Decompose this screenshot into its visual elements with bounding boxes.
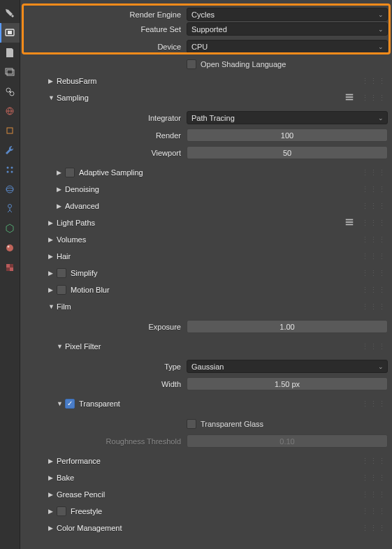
section-performance[interactable]: ▶Performance⋮⋮⋮ [20,453,392,469]
section-freestyle[interactable]: ▶Freestyle⋮⋮⋮ [20,503,392,520]
grip-icon: ⋮⋮⋮ [361,235,386,244]
svg-point-10 [11,167,13,169]
svg-rect-8 [7,128,13,133]
exposure-label: Exposure [20,323,187,331]
viewport-samples-input[interactable]: 50 [187,146,388,159]
disclosure-right-icon: ▶ [48,78,57,85]
feature-set-select[interactable]: Supported⌄ [187,22,388,36]
tab-physics[interactable] [0,180,20,199]
section-simplify[interactable]: ▶Simplify⋮⋮⋮ [20,265,392,281]
transparent-glass-checkbox[interactable] [187,419,196,429]
svg-rect-19 [10,264,13,268]
disclosure-right-icon: ▶ [48,491,57,498]
integrator-label: Integrator [20,114,187,122]
section-bake[interactable]: ▶Bake⋮⋮⋮ [20,469,392,486]
tab-texture[interactable] [0,258,20,277]
tab-world[interactable] [0,101,20,121]
grip-icon: ⋮⋮⋮ [361,168,386,177]
disclosure-right-icon: ▶ [48,236,57,243]
tab-data[interactable] [0,219,20,238]
tab-particles[interactable] [0,160,20,180]
svg-point-16 [6,244,13,251]
filter-type-select[interactable]: Gaussian⌄ [187,360,388,373]
disclosure-down-icon: ▼ [57,400,65,407]
adaptive-sampling-checkbox[interactable] [65,168,75,177]
osl-checkbox[interactable] [187,59,196,69]
simplify-checkbox[interactable] [57,268,66,278]
render-engine-label: Render Engine [20,10,187,19]
roughness-threshold-input[interactable]: 0.10 [187,434,388,448]
exposure-input[interactable]: 1.00 [187,320,388,333]
disclosure-right-icon: ▶ [48,458,57,464]
render-samples-input[interactable]: 100 [187,129,388,142]
subsection-pixel-filter[interactable]: ▼Pixel Filter⋮⋮⋮ [20,338,392,355]
tab-scene[interactable] [0,82,20,101]
tab-object[interactable] [0,121,20,140]
roughness-threshold-label: Roughness Threshold [20,437,187,446]
grip-icon: ⋮⋮⋮ [361,400,386,409]
disclosure-right-icon: ▶ [48,253,57,260]
svg-rect-1 [8,31,12,34]
disclosure-right-icon: ▶ [57,169,65,176]
svg-point-13 [6,186,13,193]
tab-tool[interactable] [0,3,20,23]
grip-icon: ⋮⋮⋮ [361,252,386,261]
section-hair[interactable]: ▶Hair⋮⋮⋮ [20,248,392,265]
grip-icon: ⋮⋮⋮ [361,474,386,483]
grip-icon: ⋮⋮⋮ [361,490,386,499]
disclosure-right-icon: ▶ [48,219,57,226]
device-select[interactable]: CPU⌄ [187,40,388,53]
chevron-down-icon: ⌄ [378,26,384,33]
svg-rect-27 [346,224,354,226]
svg-point-12 [11,171,13,173]
preset-icon[interactable] [344,92,354,103]
section-sampling[interactable]: ▼Sampling ⋮⋮⋮ [20,89,392,106]
disclosure-right-icon: ▶ [48,286,57,293]
tab-output[interactable] [0,43,20,62]
tab-modifier[interactable] [0,140,20,160]
svg-point-15 [8,205,12,208]
filter-width-label: Width [20,380,187,388]
grip-icon: ⋮⋮⋮ [361,202,386,211]
disclosure-down-icon: ▼ [48,94,57,101]
grip-icon: ⋮⋮⋮ [361,286,386,295]
subsection-transparent[interactable]: ▼Transparent⋮⋮⋮ [20,395,392,412]
integrator-select[interactable]: Path Tracing⌄ [187,111,388,124]
motion-blur-checkbox[interactable] [57,285,66,295]
disclosure-right-icon: ▶ [48,270,57,277]
grip-icon: ⋮⋮⋮ [361,185,386,194]
tab-viewlayer[interactable] [0,62,20,82]
subsection-adaptive-sampling[interactable]: ▶Adaptive Sampling⋮⋮⋮ [20,164,392,181]
tab-constraints[interactable] [0,199,20,219]
disclosure-right-icon: ▶ [57,186,65,193]
grip-icon: ⋮⋮⋮ [361,77,386,86]
section-color-management[interactable]: ▶Color Management⋮⋮⋮ [20,520,392,536]
section-light-paths[interactable]: ▶Light Paths ⋮⋮⋮ [20,214,392,231]
section-grease-pencil[interactable]: ▶Grease Pencil⋮⋮⋮ [20,486,392,503]
filter-type-label: Type [20,363,187,371]
disclosure-right-icon: ▶ [48,474,57,481]
preset-icon[interactable] [344,217,354,228]
section-film[interactable]: ▼Film⋮⋮⋮ [20,298,392,315]
subsection-denoising[interactable]: ▶Denoising⋮⋮⋮ [20,181,392,198]
transparent-checkbox[interactable] [65,399,75,409]
grip-icon: ⋮⋮⋮ [361,219,386,228]
subsection-advanced[interactable]: ▶Advanced⋮⋮⋮ [20,198,392,214]
tab-render[interactable] [0,23,20,43]
grip-icon: ⋮⋮⋮ [361,457,386,466]
section-volumes[interactable]: ▶Volumes⋮⋮⋮ [20,231,392,248]
freestyle-checkbox[interactable] [57,506,66,516]
render-engine-select[interactable]: Cycles⌄ [187,8,388,21]
svg-rect-22 [346,94,354,96]
tab-material[interactable] [0,238,20,258]
disclosure-down-icon: ▼ [48,303,57,310]
svg-rect-23 [346,96,354,98]
grip-icon: ⋮⋮⋮ [361,524,386,533]
chevron-down-icon: ⌄ [378,115,384,122]
svg-rect-18 [6,264,10,268]
section-motion-blur[interactable]: ▶Motion Blur⋮⋮⋮ [20,281,392,298]
section-rebusfarm[interactable]: ▶RebusFarm⋮⋮⋮ [20,73,392,89]
svg-rect-21 [10,268,13,271]
filter-width-input[interactable]: 1.50 px [187,377,388,390]
viewport-samples-label: Viewport [20,149,187,157]
